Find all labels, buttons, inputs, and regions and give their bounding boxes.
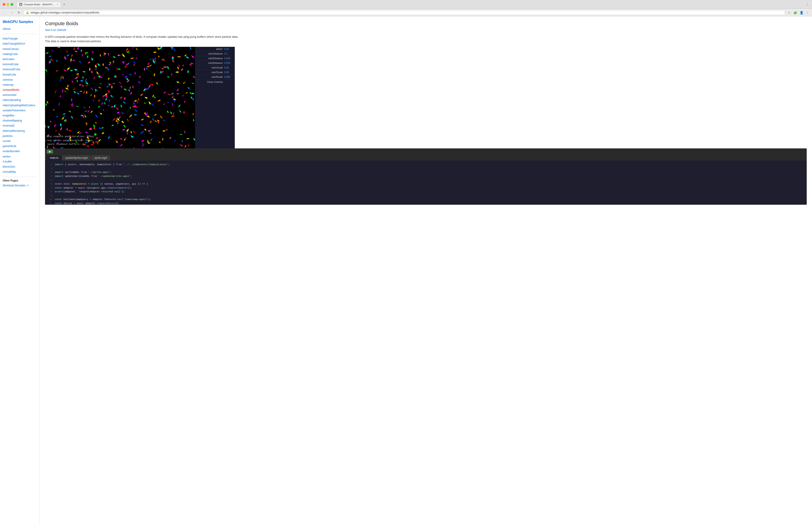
code-line: 5 (45, 178, 807, 182)
line-number: 5 (47, 178, 52, 182)
tab-title: Compute Boids - WebGPU S… (24, 3, 55, 6)
address-bar[interactable]: 🔒 webgpu.github.io/webgpu-samples/sample… (24, 10, 785, 15)
close-controls-button[interactable]: Close Controls (195, 79, 235, 85)
sidebar-item-A-buffer[interactable]: A-buffer (3, 159, 37, 164)
line-content: const adapter = await navigator.gpu.requ… (55, 186, 132, 190)
github-link[interactable]: Github (3, 27, 37, 32)
sidebar-item-helloTriangleMSAA[interactable]: helloTriangleMSAA (3, 41, 37, 46)
sidebar-item-rotatingCube[interactable]: rotatingCube (3, 52, 37, 57)
url-text: webgpu.github.io/webgpu-samples/samples/… (30, 11, 783, 14)
tab-favicon (19, 3, 22, 6)
sidebar-item-cornell[interactable]: cornell (3, 139, 37, 144)
sidebar-divider (3, 34, 37, 34)
line-number: 9 (47, 194, 52, 198)
close-button[interactable] (3, 3, 5, 6)
nav-list: helloTrianglehelloTriangleMSAAresizeCanv… (3, 36, 37, 174)
sidebar: WebGPU Samples Github helloTrianglehello… (0, 16, 40, 526)
sidebar-item-videoUploading[interactable]: videoUploading (3, 98, 37, 103)
title-bar: Compute Boids - WebGPU S… ✕ + ⋮ (0, 0, 812, 9)
bookmark-icon[interactable]: ☆ (787, 10, 791, 15)
profile-icon[interactable]: 👤 (799, 10, 803, 15)
brand-link[interactable]: WebGPU Samples (3, 20, 37, 24)
line-content: const hasTimestampQuery = adapter.featur… (55, 198, 151, 202)
code-line: 7 const adapter = await navigator.gpu.re… (45, 186, 807, 190)
sidebar-item-deferredRendering[interactable]: deferredRendering (3, 129, 37, 133)
control-value: 0.025 (224, 57, 233, 60)
sidebar-item-resizeCanvas[interactable]: resizeCanvas (3, 47, 37, 52)
sidebar-item-renderBundles[interactable]: renderBundles (3, 149, 37, 154)
minimize-button[interactable] (6, 3, 9, 6)
control-row-rule2Scale: rule2Scale0.05 (195, 70, 235, 75)
control-label: rule2Distance (197, 57, 223, 60)
control-label: deltaT (197, 48, 223, 51)
code-section: ▶ main.tsupdateSprites.wgslsprite.wgsl 1… (45, 148, 807, 205)
see-on-github-link[interactable]: See it on Github! (45, 28, 807, 32)
sidebar-item-computeBoids[interactable]: computeBoids (3, 87, 37, 93)
control-label: rule3Scale (197, 75, 223, 78)
sidebar-item-twoCubes[interactable]: twoCubes (3, 57, 37, 62)
control-label: rule1Distance (197, 52, 223, 55)
code-lines-container: 1import { assert, makeSample, SampleInit… (45, 163, 807, 205)
stat-compute: avg compute pass duration: 886µs (47, 134, 94, 139)
line-number: 2 (47, 167, 52, 171)
line-content: import spriteWGSL from './sprite.wgsl'; (55, 170, 112, 174)
sidebar-item-reversedZ[interactable]: reversedZ (3, 123, 37, 128)
code-line: 9 (45, 194, 807, 198)
sidebar-item-normalMap[interactable]: normalMap (3, 169, 37, 174)
line-number: 1 (47, 163, 52, 167)
workload-simulator-link[interactable]: Workload Simulator ↗ (3, 184, 37, 187)
control-row-rule3Distance: rule3Distance0.025 (195, 61, 235, 65)
browser-content: WebGPU Samples Github helloTrianglehello… (0, 16, 812, 526)
line-content: const device = await adapter.requestDevi… (55, 202, 119, 205)
code-block: 1import { assert, makeSample, SampleInit… (45, 160, 807, 205)
back-button[interactable]: ← (2, 10, 8, 15)
control-row-deltaT: deltaT0.04 (195, 47, 235, 52)
sidebar-item-worker[interactable]: worker (3, 154, 37, 159)
control-value: 0.04 (224, 48, 233, 51)
code-line: 6const init: SampleInit = async ({ canva… (45, 182, 807, 186)
reload-button[interactable]: ↻ (16, 10, 21, 15)
code-tab-main.ts[interactable]: main.ts (47, 155, 61, 160)
code-tabs: main.tsupdateSprites.wgslsprite.wgsl (45, 154, 807, 160)
browser-window: Compute Boids - WebGPU S… ✕ + ⋮ ← → ↻ 🔒 … (0, 0, 812, 526)
line-number: 10 (47, 198, 52, 202)
other-pages-title: Other Pages (3, 179, 37, 182)
sidebar-item-bitonicSort[interactable]: bitonicSort (3, 164, 37, 169)
sidebar-item-cubemap[interactable]: cubemap (3, 82, 37, 87)
sidebar-item-instancedCube[interactable]: instancedCube (3, 67, 37, 72)
control-label: rule1Scale (197, 66, 223, 69)
sidebar-item-animometer[interactable]: animometer (3, 93, 37, 98)
line-number: 6 (47, 182, 52, 186)
code-tab-updateSprites.wgsl[interactable]: updateSprites.wgsl (62, 155, 91, 160)
control-row-rule2Distance: rule2Distance0.025 (195, 56, 235, 61)
extensions-icon[interactable]: 🧩 (793, 10, 797, 15)
sidebar-item-helloTriangle[interactable]: helloTriangle (3, 36, 37, 41)
line-content: assert(adapter, 'requestAdapter returned… (55, 190, 125, 194)
description-text: A GPU compute particle simulation that m… (45, 35, 244, 43)
sidebar-item-fractalCube[interactable]: fractalCube (3, 72, 37, 77)
line-number: 3 (47, 170, 52, 174)
control-value: 0.005 (224, 75, 233, 78)
more-icon[interactable]: ⋮ (806, 10, 810, 15)
sidebar-item-cameras[interactable]: cameras (3, 77, 37, 82)
sidebar-item-particles[interactable]: particles (3, 133, 37, 139)
control-label: rule2Scale (197, 71, 223, 73)
sidebar-item-samplerParameters[interactable]: samplerParameters (3, 108, 37, 113)
code-tab-sprite.wgsl[interactable]: sprite.wgsl (91, 155, 110, 160)
run-button[interactable]: ▶ (47, 150, 53, 154)
forward-button[interactable]: → (9, 10, 15, 15)
run-btn-area: ▶ (45, 148, 807, 154)
browser-tab[interactable]: Compute Boids - WebGPU S… ✕ (17, 2, 61, 7)
sidebar-item-imageBlur[interactable]: imageBlur (3, 113, 37, 118)
tab-close-icon[interactable]: ✕ (57, 3, 58, 6)
sidebar-item-texturedCube[interactable]: texturedCube (3, 62, 37, 67)
maximize-button[interactable] (11, 3, 13, 6)
browser-menu-icon[interactable]: ⋮ (805, 2, 809, 6)
control-value: 0.02 (224, 66, 233, 69)
sidebar-item-videoUploadingWebCodecs[interactable]: videoUploadingWebCodecs (3, 103, 37, 108)
line-content: import { assert, makeSample, SampleInit … (55, 163, 170, 167)
code-line: 11 const device = await adapter.requestD… (45, 202, 807, 205)
new-tab-button[interactable]: + (62, 2, 67, 7)
sidebar-item-shadowMapping[interactable]: shadowMapping (3, 118, 37, 123)
sidebar-item-gameOfLife[interactable]: gameOfLife (3, 144, 37, 149)
